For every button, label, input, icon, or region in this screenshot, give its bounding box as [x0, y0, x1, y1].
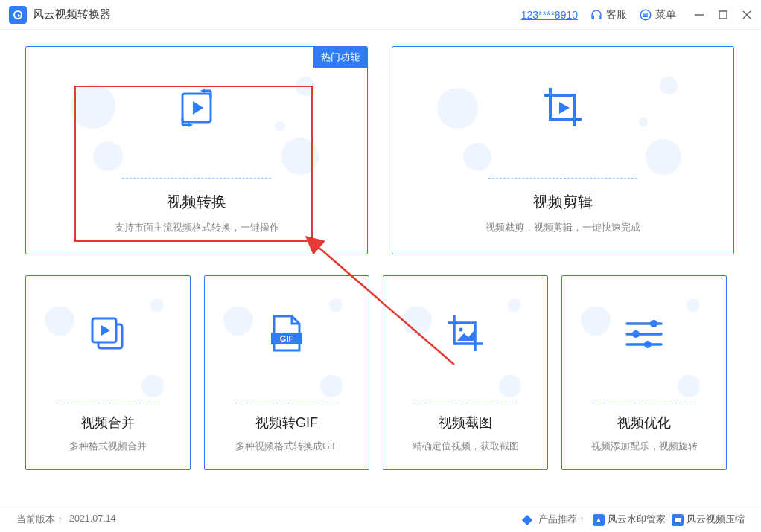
customer-service-button[interactable]: 客服: [590, 8, 627, 22]
gif-icon: GIF: [268, 313, 305, 358]
card-convert-desc: 支持市面主流视频格式转换，一键操作: [115, 221, 279, 234]
merge-icon: [88, 314, 128, 357]
card-gif-title: 视频转GIF: [255, 414, 318, 432]
card-convert-illustration: [26, 47, 367, 186]
minimize-button[interactable]: [694, 10, 704, 20]
svg-point-18: [459, 327, 463, 331]
titlebar-right: 123****8910 客服 菜单: [521, 8, 752, 22]
svg-marker-11: [188, 123, 193, 127]
card-merge-desc: 多种格式视频合并: [69, 440, 147, 453]
menu-icon: [639, 8, 652, 22]
svg-marker-9: [193, 101, 203, 115]
close-button[interactable]: [742, 10, 752, 20]
headset-icon: [590, 8, 603, 22]
card-video-merge[interactable]: 视频合并 多种格式视频合并: [25, 275, 191, 470]
svg-marker-19: [457, 331, 474, 341]
window-controls: [694, 10, 752, 20]
card-video-convert[interactable]: 热门功能 视频转: [25, 46, 368, 254]
maximize-button[interactable]: [718, 10, 728, 20]
version-label: 当前版本：: [16, 513, 65, 526]
card-screenshot-illustration: [383, 276, 547, 408]
recommend-app2-label: 风云视频压缩: [687, 513, 745, 526]
card-video-edit[interactable]: 视频剪辑 视频裁剪，视频剪辑，一键快速完成: [392, 46, 734, 254]
diamond-icon: [522, 514, 532, 525]
footer: 当前版本： 2021.07.14 产品推荐： 风云水印管家 风云视频压缩: [0, 507, 761, 532]
card-optimize-illustration: [562, 276, 726, 408]
card-video-gif[interactable]: GIF 视频转GIF 多种视频格式转换成GIF: [204, 275, 369, 470]
svg-point-23: [632, 330, 640, 338]
main-content: 热门功能 视频转: [0, 30, 761, 478]
recommend-app-watermark[interactable]: 风云水印管家: [593, 513, 666, 526]
recommend-app-compress[interactable]: 风云视频压缩: [672, 513, 745, 526]
version-value: 2021.07.14: [69, 513, 116, 526]
card-gif-desc: 多种视频格式转换成GIF: [235, 440, 338, 453]
card-screenshot-desc: 精确定位视频，获取截图: [413, 440, 519, 453]
svg-marker-12: [559, 102, 570, 114]
app-title: 风云视频转换器: [33, 7, 111, 22]
user-id-link[interactable]: 123****8910: [521, 9, 578, 21]
svg-rect-5: [719, 11, 727, 19]
customer-service-label: 客服: [606, 8, 627, 22]
card-video-optimize[interactable]: 视频优化 视频添加配乐，视频旋转: [561, 275, 727, 470]
svg-point-21: [650, 320, 657, 327]
convert-icon: [173, 85, 220, 134]
svg-marker-28: [596, 518, 601, 522]
watermark-app-icon: [593, 514, 605, 526]
card-convert-title: 视频转换: [167, 192, 226, 212]
card-video-screenshot[interactable]: 视频截图 精确定位视频，获取截图: [383, 275, 548, 470]
card-gif-illustration: GIF: [205, 276, 369, 408]
recommend-app1-label: 风云水印管家: [608, 513, 666, 526]
card-optimize-desc: 视频添加配乐，视频旋转: [591, 440, 698, 453]
card-edit-illustration: [392, 47, 733, 186]
menu-label: 菜单: [655, 8, 676, 22]
card-screenshot-title: 视频截图: [439, 414, 492, 432]
app-logo-icon: [9, 6, 27, 24]
card-merge-illustration: [26, 276, 190, 408]
sliders-icon: [624, 317, 664, 354]
compress-app-icon: [672, 514, 684, 526]
screenshot-icon: [444, 313, 487, 359]
svg-rect-29: [675, 518, 681, 522]
titlebar: 风云视频转换器 123****8910 客服 菜单: [0, 0, 761, 30]
card-merge-title: 视频合并: [81, 414, 135, 432]
menu-button[interactable]: 菜单: [639, 8, 676, 22]
card-edit-desc: 视频裁剪，视频剪辑，一键快速完成: [485, 221, 640, 234]
card-optimize-title: 视频优化: [617, 414, 671, 432]
crop-icon: [538, 83, 588, 135]
svg-marker-10: [200, 89, 205, 93]
card-edit-title: 视频剪辑: [533, 192, 593, 212]
svg-text:GIF: GIF: [280, 334, 294, 343]
svg-point-25: [644, 341, 652, 348]
recommend-label: 产品推荐：: [538, 513, 587, 526]
